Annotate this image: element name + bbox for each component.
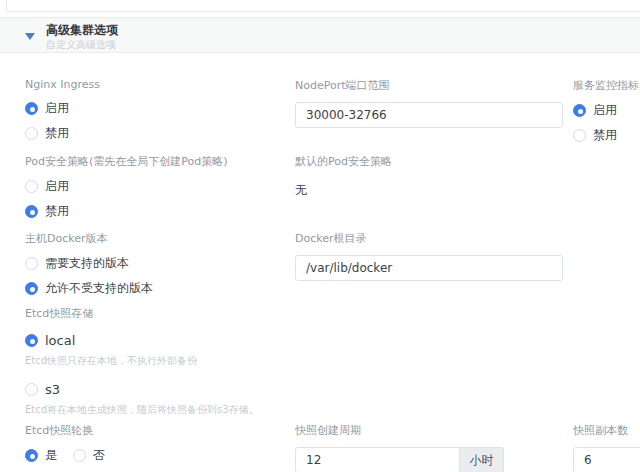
radio-selected-icon[interactable] [573, 104, 586, 117]
radio-selected-icon[interactable] [25, 334, 38, 347]
radio-option-s3[interactable]: s3 [25, 382, 259, 397]
radio-unselected-icon[interactable] [73, 449, 86, 462]
option-description: Etcd将在本地生成快照，随后将快照备份到s3存储。 [25, 403, 259, 417]
radio-label: 启用 [45, 178, 69, 195]
field-label: 默认的Pod安全策略 [295, 154, 392, 169]
section-title: 高级集群选项 [46, 22, 118, 39]
field-snapshot-copies: 快照副本数 [573, 423, 640, 472]
radio-option-local[interactable]: local [25, 333, 259, 348]
radio-option-enable[interactable]: 启用 [25, 178, 228, 195]
field-label: 主机Docker版本 [25, 231, 153, 246]
default-psp-value: 无 [295, 182, 392, 199]
radio-unselected-icon[interactable] [25, 180, 38, 193]
radio-unselected-icon[interactable] [25, 257, 38, 270]
field-label: 快照创建周期 [295, 423, 504, 438]
previous-field-remnant [6, 0, 640, 12]
field-label: 快照副本数 [573, 423, 640, 438]
radio-selected-icon[interactable] [25, 449, 38, 462]
snapshot-interval-input[interactable] [295, 447, 460, 472]
radio-label: 禁用 [45, 203, 69, 220]
field-label: NodePort端口范围 [295, 78, 563, 93]
radio-option-disable[interactable]: 禁用 [25, 203, 228, 220]
field-default-pod-security-policy: 默认的Pod安全策略 无 [295, 154, 392, 199]
radio-label: 启用 [45, 100, 69, 117]
radio-label: s3 [45, 382, 60, 397]
section-header-advanced-cluster-options[interactable]: 高级集群选项 自定义高级选项 [0, 17, 640, 53]
caret-down-icon[interactable] [25, 33, 35, 40]
field-label: Nginx Ingress [25, 78, 100, 91]
field-service-metrics: 服务监控指标 启用 禁用 [573, 78, 639, 152]
radio-label: 禁用 [45, 125, 69, 142]
radio-option-no[interactable]: 否 [73, 447, 105, 464]
field-docker-root-dir: Docker根目录 [295, 231, 563, 281]
radio-label: 启用 [593, 102, 617, 119]
radio-option-supported-version[interactable]: 需要支持的版本 [25, 255, 153, 272]
radio-selected-icon[interactable] [25, 102, 38, 115]
docker-root-dir-input[interactable] [295, 255, 563, 281]
field-pod-security-policy: Pod安全策略(需先在全局下创建Pod策略) 启用 禁用 [25, 154, 228, 228]
field-label: 服务监控指标 [573, 78, 639, 93]
field-nginx-ingress: Nginx Ingress 启用 禁用 [25, 78, 100, 150]
field-nodeport-range: NodePort端口范围 [295, 78, 563, 128]
section-subtitle: 自定义高级选项 [46, 38, 116, 52]
field-label: Pod安全策略(需先在全局下创建Pod策略) [25, 154, 228, 169]
radio-option-yes[interactable]: 是 [25, 447, 57, 464]
radio-option-enable[interactable]: 启用 [25, 100, 100, 117]
field-label: Docker根目录 [295, 231, 563, 246]
field-etcd-snapshot-storage: Etcd快照存储 local Etcd快照只存在本地，不执行外部备份 s3 Et… [25, 306, 259, 427]
radio-label: 是 [45, 447, 57, 464]
radio-label: 需要支持的版本 [45, 255, 129, 272]
radio-selected-icon[interactable] [25, 282, 38, 295]
radio-label: 允许不受支持的版本 [45, 280, 153, 297]
field-label: Etcd快照存储 [25, 306, 259, 321]
option-description: Etcd快照只存在本地，不执行外部备份 [25, 354, 259, 368]
radio-selected-icon[interactable] [25, 205, 38, 218]
radio-option-enable[interactable]: 启用 [573, 102, 639, 119]
radio-label: 禁用 [593, 127, 617, 144]
radio-label: 否 [93, 447, 105, 464]
radio-unselected-icon[interactable] [25, 383, 38, 396]
nodeport-range-input[interactable] [295, 102, 563, 128]
field-host-docker-version: 主机Docker版本 需要支持的版本 允许不受支持的版本 [25, 231, 153, 305]
field-label: Etcd快照轮换 [25, 423, 117, 438]
unit-addon-hours: 小时 [460, 447, 504, 472]
field-snapshot-interval: 快照创建周期 小时 [295, 423, 504, 472]
snapshot-copies-input[interactable] [573, 447, 640, 472]
radio-label: local [45, 333, 75, 348]
radio-option-disable[interactable]: 禁用 [573, 127, 639, 144]
radio-option-unsupported-version[interactable]: 允许不受支持的版本 [25, 280, 153, 297]
radio-option-disable[interactable]: 禁用 [25, 125, 100, 142]
field-etcd-snapshot-rotation: Etcd快照轮换 是 否 [25, 423, 117, 465]
radio-unselected-icon[interactable] [25, 127, 38, 140]
advanced-cluster-options-page: 高级集群选项 自定义高级选项 Nginx Ingress 启用 禁用 NodeP… [0, 0, 640, 472]
radio-unselected-icon[interactable] [573, 129, 586, 142]
